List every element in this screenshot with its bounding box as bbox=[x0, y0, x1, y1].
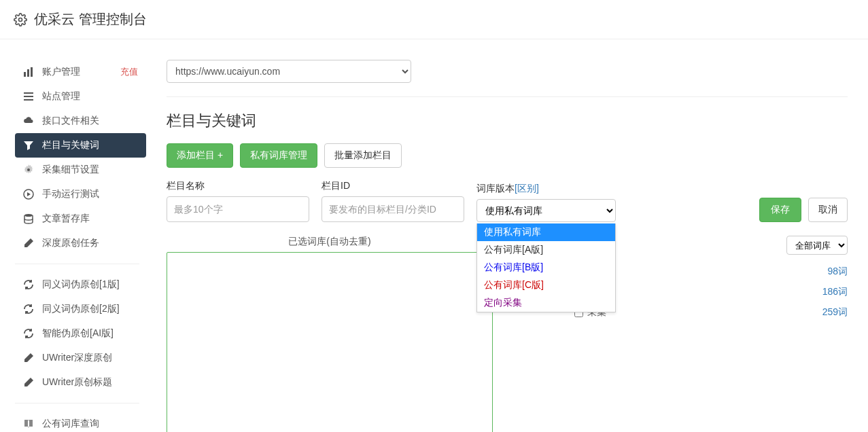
edit-icon bbox=[23, 377, 34, 388]
edit-icon bbox=[23, 353, 34, 363]
button-row: 添加栏目 + 私有词库管理 批量添加栏目 bbox=[167, 143, 848, 168]
dropdown-option[interactable]: 使用私有词库 bbox=[477, 223, 615, 241]
sidebar-item-公有词库查询[interactable]: 公有词库查询 bbox=[15, 412, 146, 432]
selected-wordlib-panel: 已选词库(自动去重) bbox=[167, 236, 493, 432]
filter-icon bbox=[23, 140, 34, 151]
sidebar-item-label: 深度原创任务 bbox=[42, 237, 138, 249]
sidebar: 账户管理充值站点管理接口文件相关栏目与关键词采集细节设置手动运行测试文章暂存库深… bbox=[0, 39, 146, 432]
main-content: https://www.ucaiyun.com 栏目与关键词 添加栏目 + 私有… bbox=[146, 39, 868, 432]
divider bbox=[167, 96, 848, 97]
sidebar-item-接口文件相关[interactable]: 接口文件相关 bbox=[15, 109, 146, 133]
play-icon bbox=[23, 189, 34, 200]
wordlib-filter-select[interactable]: 全部词库 bbox=[786, 236, 848, 255]
dropdown-option[interactable]: 公有词库[C版] bbox=[477, 276, 615, 294]
selected-wordlib-box[interactable] bbox=[167, 252, 493, 432]
wordlib-name: 采集 bbox=[587, 306, 822, 319]
chart-icon bbox=[23, 67, 34, 77]
app-title: 优采云 管理控制台 bbox=[34, 10, 147, 29]
sidebar-item-手动运行测试[interactable]: 手动运行测试 bbox=[15, 182, 146, 206]
refresh-icon bbox=[23, 304, 34, 314]
list-icon bbox=[23, 91, 34, 102]
dropdown-option[interactable]: 公有词库[A版] bbox=[477, 241, 615, 259]
sidebar-item-站点管理[interactable]: 站点管理 bbox=[15, 84, 146, 109]
svg-rect-2 bbox=[27, 69, 29, 77]
wordlib-count[interactable]: 98词 bbox=[827, 266, 848, 278]
name-label: 栏目名称 bbox=[167, 180, 309, 192]
svg-rect-5 bbox=[24, 96, 33, 97]
refresh-icon bbox=[23, 328, 34, 339]
wordlib-count[interactable]: 186词 bbox=[822, 286, 848, 298]
section-title: 栏目与关键词 bbox=[167, 111, 848, 131]
sidebar-item-extra[interactable]: 充值 bbox=[120, 66, 138, 78]
version-dropdown: 使用私有词库公有词库[A版]公有词库[B版]公有词库[C版]定向采集 bbox=[476, 223, 616, 312]
sidebar-item-栏目与关键词[interactable]: 栏目与关键词 bbox=[15, 133, 146, 158]
save-button[interactable]: 保存 bbox=[759, 198, 801, 222]
gear-icon bbox=[14, 13, 27, 26]
sidebar-item-label: UWriter深度原创 bbox=[42, 352, 138, 364]
svg-rect-4 bbox=[24, 92, 33, 94]
wordlib-name: 伪原创 bbox=[587, 286, 822, 298]
svg-point-0 bbox=[19, 18, 22, 21]
selected-wordlib-title: 已选词库(自动去重) bbox=[167, 236, 493, 248]
site-select[interactable]: https://www.ucaiyun.com bbox=[167, 60, 411, 83]
sidebar-item-label: 站点管理 bbox=[42, 90, 138, 103]
version-diff-link[interactable]: [区别] bbox=[515, 183, 539, 194]
cancel-button[interactable]: 取消 bbox=[808, 198, 848, 222]
sidebar-item-深度原创任务[interactable]: 深度原创任务 bbox=[15, 231, 146, 255]
sidebar-item-label: UWriter原创标题 bbox=[42, 376, 138, 389]
dropdown-option[interactable]: 定向采集 bbox=[477, 294, 615, 312]
topbar: 优采云 管理控制台 bbox=[0, 0, 868, 39]
sidebar-item-采集细节设置[interactable]: 采集细节设置 bbox=[15, 158, 146, 182]
sidebar-item-label: 采集细节设置 bbox=[42, 164, 138, 176]
svg-rect-3 bbox=[31, 67, 33, 77]
sidebar-item-文章暂存库[interactable]: 文章暂存库 bbox=[15, 206, 146, 231]
sidebar-item-label: 同义词伪原创[1版] bbox=[42, 278, 138, 291]
db-icon bbox=[23, 213, 34, 224]
sidebar-item-label: 接口文件相关 bbox=[42, 115, 138, 127]
add-column-button[interactable]: 添加栏目 + bbox=[167, 143, 233, 168]
svg-rect-1 bbox=[24, 72, 26, 77]
sidebar-item-UWriter原创标题[interactable]: UWriter原创标题 bbox=[15, 370, 146, 395]
sidebar-item-智能伪原创[AI版][interactable]: 智能伪原创[AI版] bbox=[15, 321, 146, 346]
id-label: 栏目ID bbox=[322, 180, 464, 192]
svg-point-9 bbox=[24, 214, 33, 217]
sidebar-item-label: 同义词伪原创[2版] bbox=[42, 303, 138, 315]
sidebar-item-label: 栏目与关键词 bbox=[42, 139, 138, 151]
version-select[interactable]: 使用私有词库 bbox=[476, 199, 616, 222]
name-input[interactable] bbox=[167, 196, 309, 222]
sidebar-item-同义词伪原创[2版][interactable]: 同义词伪原创[2版] bbox=[15, 297, 146, 321]
book-icon bbox=[23, 418, 34, 429]
dropdown-option[interactable]: 公有词库[B版] bbox=[477, 259, 615, 276]
sidebar-item-UWriter深度原创[interactable]: UWriter深度原创 bbox=[15, 346, 146, 370]
sidebar-item-label: 账户管理 bbox=[42, 66, 112, 78]
id-input[interactable] bbox=[322, 196, 464, 222]
gears-icon bbox=[23, 164, 34, 175]
private-lib-button[interactable]: 私有词库管理 bbox=[240, 143, 317, 168]
svg-rect-6 bbox=[24, 99, 33, 101]
sidebar-item-label: 文章暂存库 bbox=[42, 213, 138, 225]
form-row: 栏目名称 栏目ID 词库版本[区别] 使用私有词库 使用私有词库公有词库[A版]… bbox=[167, 180, 848, 222]
edit-icon bbox=[23, 238, 34, 249]
sidebar-item-同义词伪原创[1版][interactable]: 同义词伪原创[1版] bbox=[15, 272, 146, 297]
version-label: 词库版本[区别] bbox=[476, 183, 616, 195]
sidebar-item-label: 手动运行测试 bbox=[42, 188, 138, 200]
sidebar-item-label: 公有词库查询 bbox=[42, 418, 138, 430]
batch-add-button[interactable]: 批量添加栏目 bbox=[324, 143, 402, 168]
cloud-icon bbox=[23, 115, 34, 126]
wordlib-count[interactable]: 259词 bbox=[822, 306, 848, 319]
sidebar-item-账户管理[interactable]: 账户管理充值 bbox=[15, 60, 146, 84]
refresh-icon bbox=[23, 279, 34, 290]
sidebar-item-label: 智能伪原创[AI版] bbox=[42, 327, 138, 340]
